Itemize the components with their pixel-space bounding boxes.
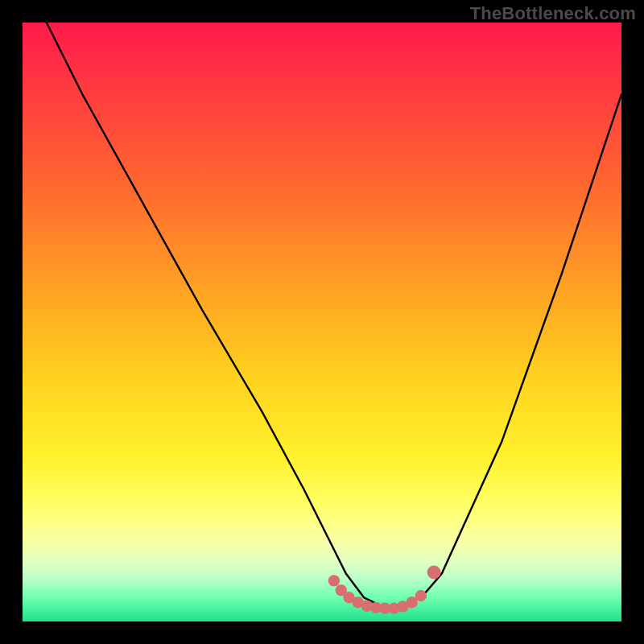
optimal-marker [328,575,340,586]
optimal-marker [415,590,427,601]
optimal-marker [427,566,441,580]
watermark-text: TheBottleneck.com [470,3,636,24]
plot-area [23,23,621,621]
chart-frame: TheBottleneck.com [0,0,644,644]
bottleneck-curve [47,23,621,609]
curve-layer [23,23,621,621]
